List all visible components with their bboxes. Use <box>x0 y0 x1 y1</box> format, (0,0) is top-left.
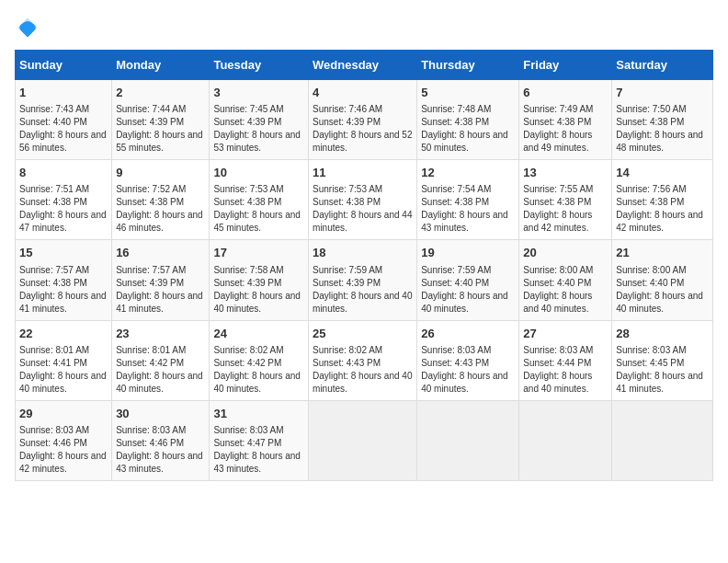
calendar-day-8: 8Sunrise: 7:51 AMSunset: 4:38 PMDaylight… <box>16 160 112 240</box>
sunrise: Sunrise: 7:57 AM <box>19 265 89 275</box>
calendar-day-15: 15Sunrise: 7:57 AMSunset: 4:38 PMDayligh… <box>16 240 112 320</box>
calendar-day-7: 7Sunrise: 7:50 AMSunset: 4:38 PMDaylight… <box>612 80 713 160</box>
day-number: 14 <box>616 165 709 181</box>
day-number: 3 <box>213 85 304 101</box>
day-number: 2 <box>116 85 205 101</box>
sunset: Sunset: 4:38 PM <box>116 197 184 207</box>
calendar-day-1: 1Sunrise: 7:43 AMSunset: 4:40 PMDaylight… <box>16 80 112 160</box>
day-number: 17 <box>213 245 304 261</box>
sunset: Sunset: 4:39 PM <box>313 278 381 288</box>
calendar-week-3: 22Sunrise: 8:01 AMSunset: 4:41 PMDayligh… <box>16 320 713 400</box>
sunset: Sunset: 4:46 PM <box>116 438 184 448</box>
daylight: Daylight: 8 hours and 40 minutes. <box>421 371 508 394</box>
sunset: Sunset: 4:38 PM <box>19 197 87 207</box>
calendar-day-24: 24Sunrise: 8:02 AMSunset: 4:42 PMDayligh… <box>210 320 309 400</box>
daylight: Daylight: 8 hours and 55 minutes. <box>116 130 203 153</box>
sunrise: Sunrise: 8:02 AM <box>313 345 382 355</box>
day-number: 22 <box>19 326 108 342</box>
sunset: Sunset: 4:38 PM <box>421 117 489 127</box>
sunrise: Sunrise: 7:56 AM <box>616 184 686 194</box>
calendar-day-9: 9Sunrise: 7:52 AMSunset: 4:38 PMDaylight… <box>112 160 210 240</box>
sunrise: Sunrise: 7:58 AM <box>213 265 283 275</box>
sunrise: Sunrise: 7:43 AM <box>19 104 89 114</box>
daylight: Daylight: 8 hours and 49 minutes. <box>523 130 592 153</box>
calendar-day-6: 6Sunrise: 7:49 AMSunset: 4:38 PMDaylight… <box>519 80 612 160</box>
day-number: 18 <box>313 245 413 261</box>
daylight: Daylight: 8 hours and 42 minutes. <box>523 210 592 233</box>
sunrise: Sunrise: 7:51 AM <box>19 184 89 194</box>
daylight: Daylight: 8 hours and 40 minutes. <box>523 371 592 394</box>
sunrise: Sunrise: 7:55 AM <box>523 184 593 194</box>
header-day-friday: Friday <box>519 51 612 80</box>
sunset: Sunset: 4:43 PM <box>313 358 381 368</box>
sunset: Sunset: 4:40 PM <box>19 117 87 127</box>
daylight: Daylight: 8 hours and 56 minutes. <box>19 130 107 153</box>
daylight: Daylight: 8 hours and 42 minutes. <box>19 451 107 474</box>
sunrise: Sunrise: 8:03 AM <box>421 345 491 355</box>
calendar-day-27: 27Sunrise: 8:03 AMSunset: 4:44 PMDayligh… <box>519 320 612 400</box>
sunrise: Sunrise: 7:52 AM <box>116 184 186 194</box>
sunset: Sunset: 4:38 PM <box>616 197 684 207</box>
sunrise: Sunrise: 7:57 AM <box>116 265 186 275</box>
header-day-monday: Monday <box>112 51 210 80</box>
sunset: Sunset: 4:45 PM <box>616 358 684 368</box>
day-number: 11 <box>313 165 413 181</box>
day-number: 16 <box>116 245 205 261</box>
sunset: Sunset: 4:44 PM <box>523 358 591 368</box>
sunrise: Sunrise: 8:02 AM <box>213 345 283 355</box>
daylight: Daylight: 8 hours and 40 minutes. <box>313 291 412 314</box>
daylight: Daylight: 8 hours and 53 minutes. <box>213 130 301 153</box>
daylight: Daylight: 8 hours and 44 minutes. <box>313 210 412 233</box>
logo-icon <box>15 15 40 40</box>
sunset: Sunset: 4:39 PM <box>116 117 184 127</box>
sunset: Sunset: 4:42 PM <box>116 358 184 368</box>
calendar-day-18: 18Sunrise: 7:59 AMSunset: 4:39 PMDayligh… <box>309 240 417 320</box>
sunset: Sunset: 4:40 PM <box>421 278 489 288</box>
day-number: 5 <box>421 85 515 101</box>
calendar-day-14: 14Sunrise: 7:56 AMSunset: 4:38 PMDayligh… <box>612 160 713 240</box>
sunset: Sunset: 4:40 PM <box>616 278 684 288</box>
daylight: Daylight: 8 hours and 43 minutes. <box>116 451 203 474</box>
sunrise: Sunrise: 8:01 AM <box>116 345 186 355</box>
day-number: 7 <box>616 85 709 101</box>
daylight: Daylight: 8 hours and 40 minutes. <box>213 291 301 314</box>
calendar-day-2: 2Sunrise: 7:44 AMSunset: 4:39 PMDaylight… <box>112 80 210 160</box>
sunrise: Sunrise: 7:48 AM <box>421 104 491 114</box>
day-number: 19 <box>421 245 515 261</box>
day-number: 6 <box>523 85 608 101</box>
sunset: Sunset: 4:47 PM <box>213 438 281 448</box>
daylight: Daylight: 8 hours and 43 minutes. <box>421 210 508 233</box>
sunset: Sunset: 4:39 PM <box>116 278 184 288</box>
sunrise: Sunrise: 8:03 AM <box>616 345 686 355</box>
calendar-day-13: 13Sunrise: 7:55 AMSunset: 4:38 PMDayligh… <box>519 160 612 240</box>
sunrise: Sunrise: 8:00 AM <box>523 265 593 275</box>
day-number: 26 <box>421 326 515 342</box>
sunset: Sunset: 4:43 PM <box>421 358 489 368</box>
calendar-day-20: 20Sunrise: 8:00 AMSunset: 4:40 PMDayligh… <box>519 240 612 320</box>
calendar-day-4: 4Sunrise: 7:46 AMSunset: 4:39 PMDaylight… <box>309 80 417 160</box>
empty-cell <box>612 400 713 480</box>
day-number: 13 <box>523 165 608 181</box>
calendar-day-30: 30Sunrise: 8:03 AMSunset: 4:46 PMDayligh… <box>112 400 210 480</box>
sunset: Sunset: 4:38 PM <box>616 117 684 127</box>
daylight: Daylight: 8 hours and 40 minutes. <box>116 371 203 394</box>
day-number: 29 <box>19 406 108 422</box>
daylight: Daylight: 8 hours and 47 minutes. <box>19 210 107 233</box>
calendar-day-25: 25Sunrise: 8:02 AMSunset: 4:43 PMDayligh… <box>309 320 417 400</box>
daylight: Daylight: 8 hours and 52 minutes. <box>313 130 412 153</box>
sunset: Sunset: 4:39 PM <box>313 117 381 127</box>
sunset: Sunset: 4:38 PM <box>313 197 381 207</box>
header-day-sunday: Sunday <box>16 51 112 80</box>
day-number: 4 <box>313 85 413 101</box>
calendar-day-11: 11Sunrise: 7:53 AMSunset: 4:38 PMDayligh… <box>309 160 417 240</box>
calendar-day-19: 19Sunrise: 7:59 AMSunset: 4:40 PMDayligh… <box>417 240 519 320</box>
day-number: 12 <box>421 165 515 181</box>
day-number: 10 <box>213 165 304 181</box>
sunset: Sunset: 4:38 PM <box>213 197 281 207</box>
page-header <box>15 15 713 40</box>
sunset: Sunset: 4:38 PM <box>421 197 489 207</box>
sunrise: Sunrise: 7:59 AM <box>421 265 491 275</box>
sunrise: Sunrise: 8:01 AM <box>19 345 89 355</box>
sunrise: Sunrise: 7:59 AM <box>313 265 382 275</box>
day-number: 1 <box>19 85 108 101</box>
